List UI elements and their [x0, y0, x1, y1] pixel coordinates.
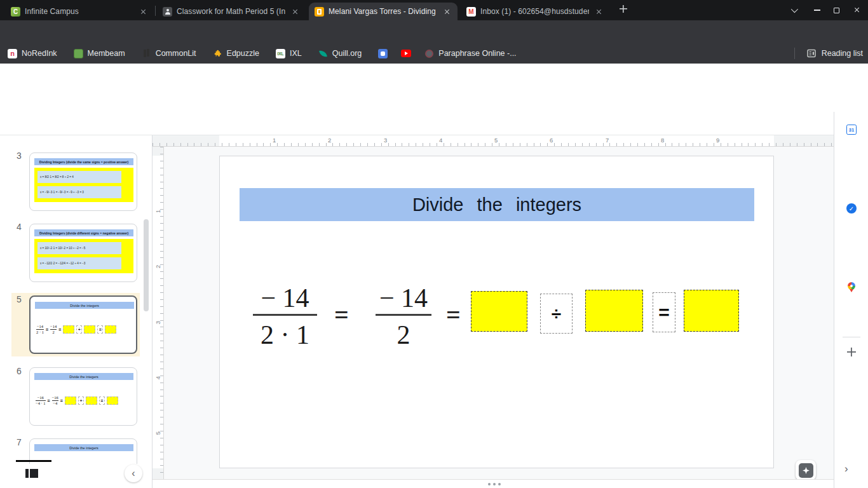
expand-panel-icon[interactable]: › — [844, 463, 848, 475]
slide-filmstrip-panel: 3 Dividing Integers (divide the same sig… — [0, 135, 153, 488]
calendar-icon[interactable]: 31 — [846, 125, 857, 135]
rail-divider — [843, 337, 860, 337]
thumb-equation-row: x = 10/−2·1 = 10/−2 = 10 ÷ −2 = −5 — [37, 242, 121, 254]
filmstrip-scrollbar[interactable] — [144, 219, 149, 311]
bookmark-label: Quill.org — [332, 49, 362, 58]
paraphrase-icon — [424, 49, 434, 58]
tab-separator — [155, 6, 156, 16]
bookmark-label: NoRedInk — [22, 49, 57, 58]
thumb-header: Dividing Integers (divide different sign… — [34, 229, 133, 236]
speaker-notes-splitter[interactable] — [153, 479, 834, 488]
window-restore-icon[interactable] — [831, 5, 842, 15]
slide-thumbnail-6[interactable]: Divide the integers −16−4 · 1 = −16−4 = … — [29, 367, 137, 426]
thumb-header: Divide the integers — [34, 444, 133, 451]
bookmark-paraphrase[interactable]: Paraphrase Online -... — [424, 49, 516, 58]
equals-sign-box[interactable]: = — [653, 292, 675, 332]
window-chevron-icon[interactable] — [788, 5, 799, 15]
blue-app-icon — [378, 49, 388, 58]
divide-sign-box[interactable]: ÷ — [540, 294, 573, 334]
equals-sign-1: = — [334, 300, 349, 330]
bookmarks-bar: n NoRedInk Membeam CommonLit Edpuzzle IX… — [0, 43, 868, 64]
reading-list-icon — [806, 48, 817, 58]
bookmark-blue-app[interactable] — [378, 49, 392, 58]
ruler-number: 2 — [154, 262, 161, 271]
answer-box-3[interactable] — [684, 290, 739, 332]
ruler-number: 7 — [606, 137, 609, 144]
browser-tab-classwork[interactable]: Classwork for Math Period 5 (Int — [157, 3, 306, 20]
fraction-2[interactable]: − 14 2 — [376, 283, 431, 351]
tab-close-icon[interactable] — [290, 6, 300, 17]
thumb-header: Divide the integers — [34, 373, 133, 380]
ruler-number: 5 — [494, 137, 498, 144]
bookmark-label: CommonLit — [156, 49, 196, 58]
bookmark-noredink[interactable]: n NoRedInk — [8, 49, 57, 58]
bookmark-label: IXL — [290, 49, 302, 58]
bookmark-edpuzzle[interactable]: Edpuzzle — [213, 49, 259, 58]
slide-thumbnail-5-selected[interactable]: Divide the integers −142 · 1 = −142 = ÷ … — [29, 295, 137, 354]
reading-list-button[interactable]: Reading list — [794, 43, 863, 64]
thumb-equation-row: x = −12/2·2 = −12/4 = −12 ÷ 4 = −3 — [37, 257, 121, 269]
bookmark-membeam[interactable]: Membeam — [74, 49, 125, 58]
slide-thumbnail-3[interactable]: Dividing Integers (divide the same signs… — [29, 152, 137, 211]
fraction-denominator: 2 · 1 — [253, 320, 317, 349]
infinite-campus-favicon: C — [11, 7, 20, 17]
thumb-header: Divide the integers — [35, 302, 134, 309]
filmstrip-view-icon[interactable] — [25, 469, 38, 478]
slide-thumbnail-4[interactable]: Dividing Integers (divide different sign… — [29, 224, 137, 282]
explore-button[interactable] — [796, 460, 816, 480]
ruler-number: 2 — [328, 137, 331, 144]
slide-title-banner[interactable]: Divide the integers — [240, 188, 754, 221]
fraction-1[interactable]: − 14 2 · 1 — [253, 283, 317, 351]
answer-box-2[interactable] — [585, 290, 643, 332]
bookmark-commonlit[interactable]: CommonLit — [142, 49, 196, 58]
slides-toolbar: ↶ ↷ Backg — [0, 112, 834, 135]
tab-close-icon[interactable] — [442, 6, 452, 17]
noredink-icon: n — [8, 49, 17, 58]
collapse-filmstrip-icon[interactable]: ‹ — [125, 464, 142, 482]
fraction-numerator: − 14 — [253, 283, 317, 313]
window-close-icon[interactable] — [851, 5, 863, 15]
google-slides-favicon — [315, 7, 324, 17]
tab-close-icon[interactable] — [593, 6, 604, 17]
screen: C Infinite Campus Classwork for Math Per… — [0, 0, 868, 488]
slide-number: 4 — [17, 222, 22, 232]
thumb-mini-equation: −142 · 1 = −142 = ÷ = — [36, 320, 134, 339]
reading-list-label: Reading list — [822, 49, 863, 58]
bookmark-quill[interactable]: Quill.org — [318, 49, 362, 58]
bookmark-youtube[interactable] — [401, 50, 416, 57]
notes-drag-handle-icon[interactable] — [488, 483, 491, 485]
new-tab-button[interactable] — [618, 4, 629, 14]
ruler-number: 1 — [154, 207, 161, 216]
ruler-number: 3 — [384, 137, 387, 144]
fraction-numerator: − 14 — [376, 283, 431, 313]
slide-number: 3 — [17, 151, 22, 161]
quill-feather-icon — [318, 49, 328, 58]
equals-sign-2: = — [446, 300, 461, 330]
tasks-icon[interactable]: ✓ — [846, 203, 857, 214]
browser-tab-gmail[interactable]: M Inbox (1) - 602654@husdstuden — [461, 3, 609, 20]
grid-view-icon[interactable] — [93, 469, 102, 475]
fraction-bar — [376, 314, 431, 316]
ruler-number: 4 — [154, 374, 161, 383]
classroom-favicon — [163, 7, 172, 17]
slide-page[interactable]: Divide the integers − 14 2 · 1 = − 14 2 … — [219, 156, 774, 468]
fraction-denominator: 2 — [376, 320, 431, 349]
commonlit-icon — [142, 49, 151, 58]
slide-number: 5 — [17, 294, 22, 304]
edpuzzle-icon — [213, 49, 222, 58]
browser-tab-slides-active[interactable]: Melani Vargas Torres - Dividing I — [309, 3, 458, 20]
tab-title: Inbox (1) - 602654@husdstuden — [480, 7, 589, 16]
browser-tab-infinite-campus[interactable]: C Infinite Campus — [5, 3, 154, 20]
explore-sparkle-icon — [799, 463, 813, 478]
tab-title: Melani Vargas Torres - Dividing I — [329, 7, 437, 16]
ruler-number: 9 — [716, 137, 719, 144]
tab-close-icon[interactable] — [138, 6, 148, 17]
get-addons-icon[interactable] — [846, 347, 857, 357]
thumb-partial-bar — [16, 460, 51, 462]
slide-number: 6 — [17, 366, 22, 376]
bookmark-ixl[interactable]: IXL IXL — [276, 49, 302, 58]
thumb-header: Dividing Integers (divide the same signs… — [34, 158, 133, 165]
window-minimize-icon[interactable] — [811, 5, 823, 15]
answer-box-1[interactable] — [471, 291, 527, 332]
thumb-mini-equation: −16−4 · 1 = −16−4 = ÷ = — [36, 391, 133, 410]
